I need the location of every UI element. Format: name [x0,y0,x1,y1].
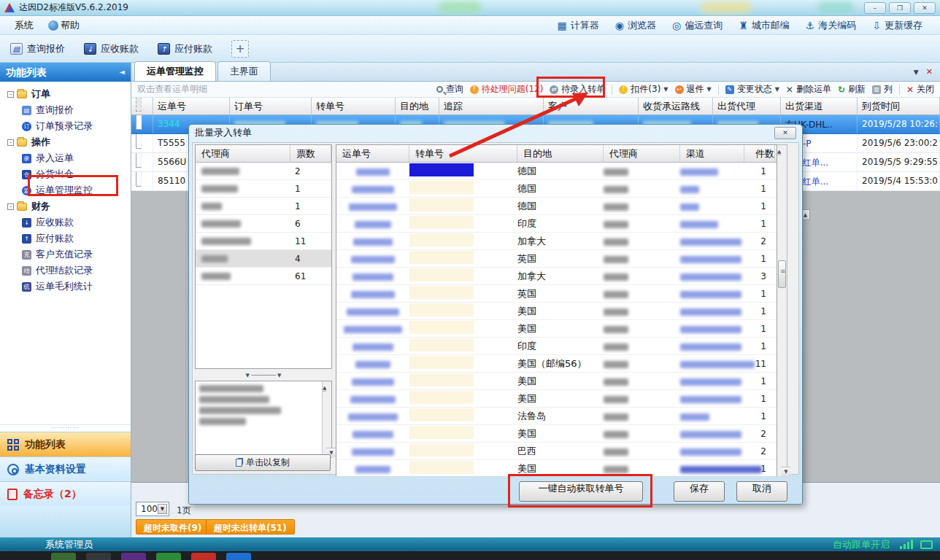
col-count[interactable]: 票数 [290,145,331,162]
change-status-button[interactable]: ✎变更状态▼ [725,83,779,96]
col-order[interactable]: 订单号 [230,98,312,114]
table-row[interactable]: 英国1 [336,285,777,303]
transfer-no-cell[interactable] [409,303,474,316]
agent-row[interactable]: 1 [196,180,331,198]
menu-help[interactable]: 帮助 [41,17,87,34]
expander-icon[interactable]: - [7,91,14,98]
transfer-no-cell[interactable] [409,321,474,334]
select-all-checkbox[interactable] [131,98,153,114]
update-cache-button[interactable]: ⇩更新缓存 [872,19,922,32]
save-button[interactable]: 保存 [674,481,725,502]
sidebar-item-recharge-record[interactable]: 充客户充值记录 [4,246,131,262]
row-checkbox[interactable] [131,115,153,133]
col-agent[interactable]: 代理商 [604,145,680,162]
agent-row[interactable]: 2 [196,163,331,180]
city-postcode-button[interactable]: ♜城市邮编 [739,19,790,32]
scroll-down-icon[interactable]: ▼ [781,467,790,476]
quote-query-button[interactable]: ▤查询报价 [10,42,65,55]
expander-icon[interactable]: - [7,203,14,210]
col-destination[interactable]: 目的地 [396,98,439,114]
col-transfer-no[interactable]: 转单号 [409,145,517,162]
col-transfer[interactable]: 转单号 [312,98,396,114]
close-grid-button[interactable]: ✕关闭 [906,83,934,96]
delete-waybill-button[interactable]: ✕删除运单 [786,83,831,96]
transfer-no-cell-selected[interactable] [409,163,474,176]
transfer-no-cell[interactable] [409,216,474,229]
transfer-no-cell[interactable] [409,426,474,439]
dialog-title-bar[interactable]: 批量录入转单✕ [189,125,802,141]
row-checkbox[interactable] [131,153,153,171]
tab-main[interactable]: 主界面 [217,61,271,81]
taskbar-app-icon[interactable] [156,553,181,560]
menu-system[interactable]: 系统 [7,17,41,34]
table-row[interactable]: 加拿大3 [336,268,777,285]
panel-splitter[interactable]: ▼ ┄┄┄┄┄┄┄┄ ▼ [195,372,332,379]
scrollbar[interactable]: ▲ ▼ [777,144,787,477]
browser-button[interactable]: ◉浏览器 [615,19,656,32]
transfer-no-cell[interactable] [409,443,474,456]
alert-overdue-pickup[interactable]: 超时未取件(9) [136,519,209,534]
transfer-no-cell[interactable] [409,356,474,369]
table-row[interactable]: 美国1 [336,390,777,408]
table-row[interactable]: 德国1 [336,198,777,215]
close-icon[interactable]: ✕ [914,2,936,14]
sidebar-item-order-prerecord[interactable]: 订订单预录记录 [4,118,131,134]
sidebar-item-profit-stats[interactable]: 统运单毛利统计 [4,279,131,295]
scrollbar[interactable]: ▲▼ [322,381,331,457]
col-customer[interactable]: 客户 [544,98,639,114]
transfer-no-cell[interactable] [409,181,474,194]
taskbar-app-icon[interactable] [51,553,76,560]
transfer-no-cell[interactable] [409,286,474,299]
row-checkbox[interactable] [131,172,153,190]
sidebar-tab-memo[interactable]: 备忘录（2） [0,481,131,506]
col-agent[interactable]: 代理商 [196,145,290,162]
table-row[interactable]: 英国1 [336,250,777,268]
scroll-up-icon[interactable]: ▲ [323,385,326,392]
agent-row[interactable]: 61 [196,268,331,285]
restore-icon[interactable]: ❐ [889,2,911,14]
transfer-no-cell[interactable] [409,268,474,281]
sidebar-splitter[interactable]: ⋯⋯⋯⋯ [0,424,131,432]
agent-row[interactable]: 6 [196,215,331,233]
transfer-no-cell[interactable] [409,338,474,351]
taskbar-app-icon[interactable] [226,553,251,560]
table-row[interactable]: 美国（邮编56）11 [336,355,777,373]
close-tab-icon[interactable]: ✕ [926,67,933,77]
scroll-thumb[interactable] [778,260,786,288]
tree-group-operation[interactable]: -操作 [4,134,131,150]
col-arrival-time[interactable]: 到货时间 [858,98,940,114]
row-checkbox[interactable] [131,134,153,152]
table-row[interactable]: 巴西2 [336,443,777,460]
calculator-button[interactable]: ▦计算器 [557,19,598,32]
col-waybill[interactable]: 运单号 [153,98,230,114]
transfer-no-cell[interactable] [409,251,474,264]
table-row[interactable]: 印度1 [336,215,777,233]
transfer-no-cell[interactable] [409,373,474,386]
col-destination[interactable]: 目的地 [517,145,604,162]
alert-overdue-transfer[interactable]: 超时未出转单(51) [206,519,295,534]
table-row[interactable]: 法鲁岛1 [336,408,777,425]
col-out-agent[interactable]: 出货代理 [713,98,781,114]
transfer-no-cell[interactable] [409,198,474,211]
payable-button[interactable]: ↑应付账款 [158,42,212,55]
taskbar-app-icon[interactable] [121,553,146,560]
customs-code-button[interactable]: ⚓海关编码 [806,19,857,32]
col-route[interactable]: 收货承运路线 [639,98,713,114]
col-out-channel[interactable]: 出货渠道 [781,98,858,114]
tab-waybill-monitor[interactable]: 运单管理监控 [134,61,216,81]
receivable-button[interactable]: ↓应收账款 [84,42,139,55]
pending-issues-button[interactable]: ?待处理问题(12) [470,83,544,96]
refresh-button[interactable]: ↻刷新 [838,83,866,96]
sidebar-item-payable[interactable]: ↑应付账款 [4,230,131,246]
sidebar-item-quote-query[interactable]: ▤查询报价 [4,102,131,118]
col-waybill[interactable]: 运单号 [336,145,409,162]
chevron-down-icon[interactable]: ▼ [914,69,919,76]
expander-icon[interactable]: - [7,139,14,146]
cancel-button[interactable]: 取消 [736,481,787,502]
table-row[interactable]: 美国1 [336,373,777,390]
return-button[interactable]: ↩退件▼ [675,83,712,96]
sidebar-item-agent-settlement[interactable]: 结代理结款记录 [4,262,131,279]
copy-list-box[interactable]: ▲▼ [195,381,332,458]
page-size-select[interactable]: 100▼ [136,502,169,516]
table-row[interactable]: 加拿大2 [336,233,777,250]
